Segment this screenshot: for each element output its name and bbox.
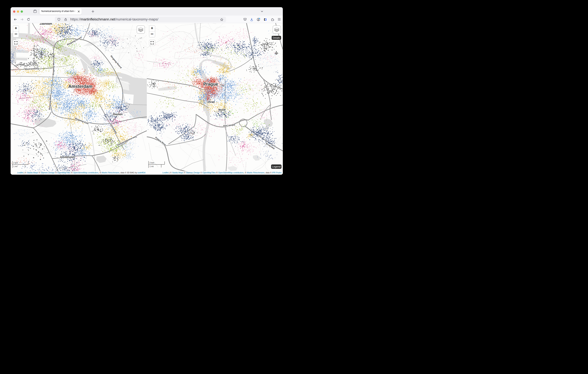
svg-text:2 km: 2 km: [13, 162, 18, 164]
svg-text:Prague: Prague: [203, 82, 218, 86]
svg-text:Nusle: Nusle: [218, 108, 225, 111]
svg-text:Zaandam: Zaandam: [40, 23, 52, 25]
svg-text:Amsterdam: Amsterdam: [68, 84, 93, 89]
svg-text:Amstelveen: Amstelveen: [60, 156, 75, 159]
svg-text:Ringweg-West: Ringweg-West: [52, 60, 54, 75]
svg-text:ehrad: ehrad: [207, 100, 214, 103]
svg-text:1 mi: 1 mi: [13, 165, 17, 168]
svg-text:2 km: 2 km: [149, 162, 154, 164]
svg-text:Diemen: Diemen: [113, 113, 123, 116]
svg-text:1 mi: 1 mi: [149, 165, 154, 168]
